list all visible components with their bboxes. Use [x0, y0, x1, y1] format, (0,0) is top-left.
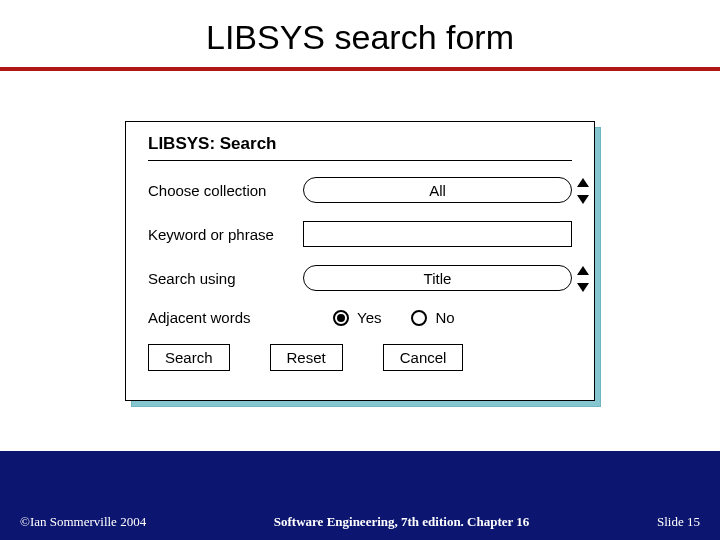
- radio-yes-icon[interactable]: [333, 310, 349, 326]
- radio-option-yes[interactable]: Yes: [333, 309, 381, 326]
- search-form: LIBSYS: Search Choose collection All Key…: [125, 121, 595, 401]
- form-heading: LIBSYS: Search: [148, 134, 572, 154]
- collection-spinner[interactable]: [577, 178, 593, 204]
- collection-value: All: [429, 182, 446, 199]
- slide: LIBSYS search form LIBSYS: Search Choose…: [0, 0, 720, 540]
- footer-slide-number: Slide 15: [657, 514, 700, 530]
- search-using-select[interactable]: Title: [303, 265, 572, 291]
- row-collection: Choose collection All: [148, 177, 572, 203]
- row-search-using: Search using Title: [148, 265, 572, 291]
- cancel-button[interactable]: Cancel: [383, 344, 464, 371]
- chevron-up-icon[interactable]: [577, 266, 589, 275]
- row-keyword: Keyword or phrase: [148, 221, 572, 247]
- label-collection: Choose collection: [148, 182, 303, 199]
- search-using-spinner[interactable]: [577, 266, 593, 292]
- label-keyword: Keyword or phrase: [148, 226, 303, 243]
- chevron-down-icon[interactable]: [577, 283, 589, 292]
- title-area: LIBSYS search form: [0, 0, 720, 67]
- footer: ©Ian Sommerville 2004 Software Engineeri…: [0, 504, 720, 540]
- footer-center: Software Engineering, 7th edition. Chapt…: [274, 514, 530, 530]
- reset-button[interactable]: Reset: [270, 344, 343, 371]
- footer-copyright: ©Ian Sommerville 2004: [20, 514, 146, 530]
- adjacent-radio-group: Yes No: [303, 309, 572, 326]
- row-adjacent: Adjacent words Yes No: [148, 309, 572, 326]
- content-area: LIBSYS: Search Choose collection All Key…: [0, 71, 720, 451]
- search-button[interactable]: Search: [148, 344, 230, 371]
- chevron-down-icon[interactable]: [577, 195, 589, 204]
- search-using-value: Title: [424, 270, 452, 287]
- label-search-using: Search using: [148, 270, 303, 287]
- chevron-up-icon[interactable]: [577, 178, 589, 187]
- keyword-input[interactable]: [303, 221, 572, 247]
- slide-title: LIBSYS search form: [0, 18, 720, 57]
- radio-no-label: No: [435, 309, 454, 326]
- radio-no-icon[interactable]: [411, 310, 427, 326]
- form-box: LIBSYS: Search Choose collection All Key…: [125, 121, 595, 401]
- radio-option-no[interactable]: No: [411, 309, 454, 326]
- button-row: Search Reset Cancel: [148, 344, 572, 371]
- form-divider: [148, 160, 572, 161]
- label-adjacent: Adjacent words: [148, 309, 303, 326]
- radio-yes-label: Yes: [357, 309, 381, 326]
- collection-select[interactable]: All: [303, 177, 572, 203]
